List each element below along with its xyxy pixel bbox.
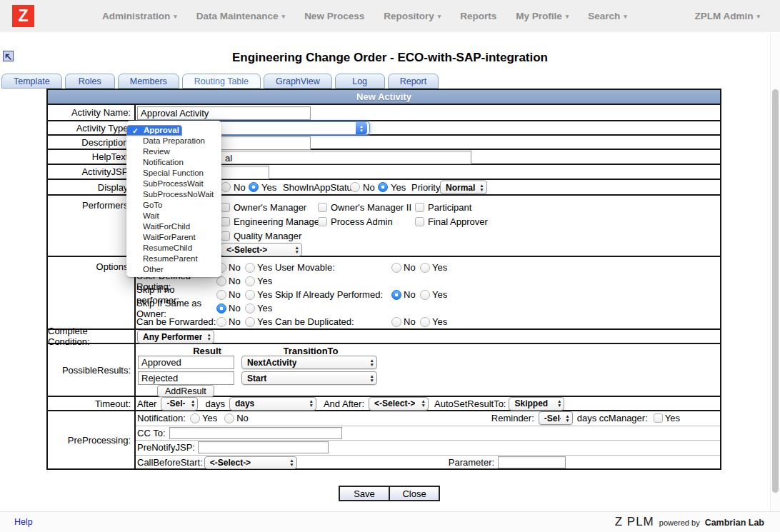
display-yes-radio[interactable]	[249, 182, 259, 192]
tab[interactable]: Members	[118, 74, 179, 89]
dropdown-option[interactable]: Approval	[126, 125, 182, 136]
activity-name-input[interactable]: Approval Activity	[137, 106, 311, 120]
nav-item[interactable]: Data Maintenance	[196, 11, 285, 21]
nav-item[interactable]: Administration	[102, 11, 177, 21]
scrollbar-track[interactable]	[770, 33, 780, 511]
radio[interactable]	[216, 276, 226, 286]
dropdown-option[interactable]: ResumeParent	[126, 254, 221, 264]
nav-item[interactable]: Search	[588, 11, 627, 21]
dropdown-option[interactable]: SubProcessNoWait	[126, 189, 221, 200]
dropdown-option[interactable]: ResumeChild	[126, 243, 221, 254]
dropdown-option[interactable]: SubProcessWait	[126, 179, 221, 189]
checkbox[interactable]	[221, 217, 230, 226]
complete-condition-value: Any Performer	[143, 332, 202, 342]
performer-option[interactable]: Engineering Manager	[221, 216, 318, 227]
performer-option[interactable]: Quality Manager	[221, 231, 318, 241]
dropdown-option[interactable]: Data Preparation	[126, 136, 221, 146]
radio[interactable]	[391, 290, 401, 300]
showinappstatus-yes-radio[interactable]	[378, 182, 388, 192]
checkbox[interactable]	[221, 231, 230, 241]
radio[interactable]	[420, 317, 430, 327]
tab[interactable]: Report	[388, 74, 439, 89]
performer-option[interactable]: Owner's Manager	[221, 202, 318, 213]
ccto-input[interactable]	[169, 427, 342, 439]
tab[interactable]: Routing Table	[182, 74, 261, 89]
timeout-days-count-value: -Sel-	[166, 398, 185, 408]
scrollbar-thumb[interactable]	[772, 89, 779, 493]
tab[interactable]: GraphView	[264, 74, 332, 89]
footer: Help Z PLM powered by Cambrian Lab	[0, 511, 780, 532]
dropdown-option[interactable]: Other	[126, 264, 221, 275]
radio[interactable]	[420, 290, 430, 300]
dropdown-option[interactable]: Special Function	[126, 168, 221, 179]
radio[interactable]	[391, 263, 401, 273]
dropdown-option[interactable]: GoTo	[126, 200, 221, 211]
performer-option[interactable]: Participant	[415, 202, 529, 213]
timeout-days-count-select[interactable]: -Sel-	[161, 397, 198, 411]
radio[interactable]	[245, 290, 255, 300]
dropdown-option-label: SubProcessWait	[143, 179, 204, 188]
checkmark-icon	[131, 221, 138, 232]
radio[interactable]	[216, 317, 226, 327]
caret-down-icon	[438, 13, 441, 20]
account-menu[interactable]: ZPLM Admin	[694, 11, 760, 21]
tab[interactable]: Log	[335, 74, 385, 89]
reminder-select[interactable]: -Sel-	[539, 411, 573, 425]
dropdown-option[interactable]: WaitForChild	[126, 221, 221, 232]
close-button[interactable]: Close	[389, 486, 440, 501]
dropdown-option[interactable]: Notification	[126, 157, 221, 168]
zplm-logo[interactable]: Z	[12, 5, 34, 27]
checkbox[interactable]	[415, 217, 424, 226]
display-no-radio[interactable]	[221, 182, 231, 192]
priority-select[interactable]: Normal	[440, 181, 487, 194]
and-after-select[interactable]: <-Select->	[369, 397, 429, 411]
parameter-input[interactable]	[498, 456, 566, 468]
radio[interactable]	[245, 276, 255, 286]
help-link[interactable]: Help	[14, 517, 33, 527]
performer-role-select[interactable]: <-Select->	[221, 243, 302, 256]
nav-item[interactable]: My Profile	[516, 11, 569, 21]
performer-option[interactable]: Owner's Manager II	[318, 202, 415, 213]
complete-condition-select[interactable]: Any Performer	[137, 330, 214, 343]
transitionto-select[interactable]: Start	[241, 371, 377, 385]
dropdown-option[interactable]: Wait	[126, 211, 221, 221]
callbeforestart-select[interactable]: <-Select->	[204, 456, 297, 469]
nav-item[interactable]: Reports	[460, 11, 496, 21]
dropdown-option[interactable]: WaitForParent	[126, 232, 221, 243]
tab[interactable]: Roles	[65, 74, 115, 89]
checkmark-icon	[131, 211, 138, 221]
timeout-unit-select[interactable]: days	[229, 397, 316, 411]
result-input[interactable]: Approved	[138, 356, 234, 369]
performer-option[interactable]: Process Admin	[318, 216, 415, 227]
radio[interactable]	[391, 317, 401, 327]
checkmark-icon	[131, 168, 138, 179]
tab[interactable]: Template	[1, 74, 62, 89]
autosetresultto-select[interactable]: Skipped	[509, 397, 564, 411]
result-input[interactable]: Rejected	[138, 371, 234, 385]
checkbox[interactable]	[318, 203, 327, 212]
radio[interactable]	[245, 303, 255, 313]
showinappstatus-no-radio[interactable]	[350, 182, 360, 192]
radio[interactable]	[245, 263, 255, 273]
radio[interactable]	[216, 290, 226, 300]
prenotifyjsp-input[interactable]	[198, 441, 329, 453]
radio-no-label: No	[229, 262, 241, 273]
checkbox[interactable]	[221, 203, 230, 212]
performer-option[interactable]: Final Approver	[415, 216, 529, 227]
transitionto-select[interactable]: NextActivity	[241, 356, 377, 369]
dropdown-option[interactable]: Review	[126, 146, 221, 157]
showinappstatus-label: ShowInAppStatus:	[283, 182, 359, 193]
save-button[interactable]: Save	[339, 486, 390, 501]
nav-item[interactable]: Repository	[384, 11, 441, 21]
radio[interactable]	[216, 303, 226, 313]
nav-item-label: Data Maintenance	[196, 11, 279, 21]
checkbox[interactable]	[415, 203, 424, 212]
ccmanager-checkbox[interactable]	[654, 413, 663, 423]
checkbox[interactable]	[318, 217, 327, 226]
addresult-button[interactable]: AddResult	[157, 385, 214, 397]
radio[interactable]	[245, 317, 255, 327]
nav-item[interactable]: New Process	[304, 11, 364, 21]
notification-yes-radio[interactable]	[190, 413, 200, 423]
radio[interactable]	[420, 263, 430, 273]
notification-no-radio[interactable]	[224, 413, 234, 423]
